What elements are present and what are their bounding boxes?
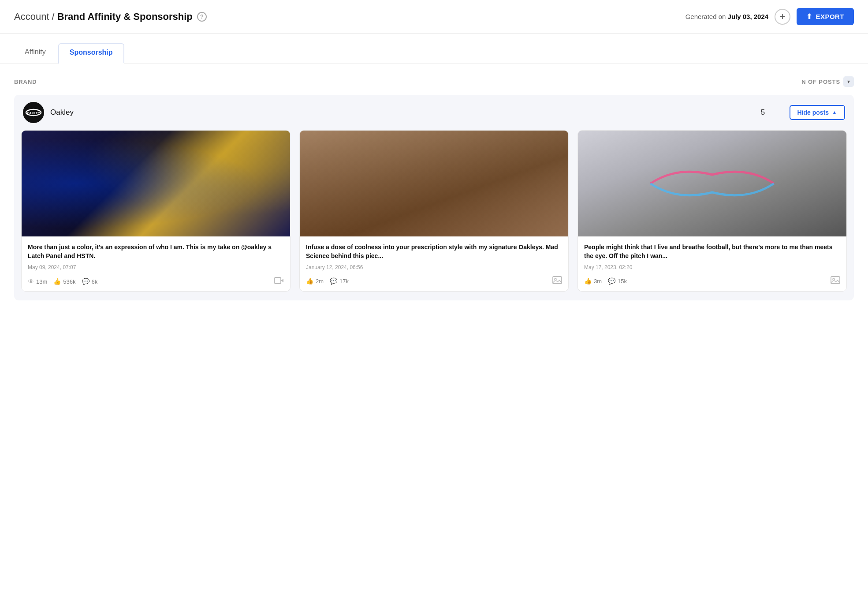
posts-grid: More than just a color, it's an expressi… <box>14 130 854 300</box>
views-icon: 👁 <box>28 278 34 285</box>
svg-rect-4 <box>553 277 562 284</box>
post-caption: More than just a color, it's an expressi… <box>28 243 284 261</box>
brand-name: Oakley <box>50 108 74 117</box>
comments-icon: 💬 <box>82 278 89 285</box>
post-comments: 💬 6k <box>82 278 98 285</box>
post-stats: 👁 13m 👍 536k 💬 6k <box>28 277 284 287</box>
glasses-overlay <box>578 131 846 236</box>
comments-count: 6k <box>92 278 98 285</box>
likes-icon: 👍 <box>584 277 592 285</box>
add-button[interactable]: + <box>775 9 790 25</box>
post-comments: 💬 17k <box>330 277 349 285</box>
post-likes: 👍 2m <box>306 277 324 285</box>
export-label: EXPORT <box>816 13 844 20</box>
export-button[interactable]: ⬆ EXPORT <box>797 8 854 25</box>
post-stats: 👍 3m 💬 15k <box>584 276 840 287</box>
likes-count: 3m <box>594 278 602 285</box>
generated-label: Generated on July 03, 2024 <box>685 13 768 20</box>
brand-logo: OAKLEY <box>23 102 44 123</box>
comments-count: 17k <box>339 278 349 285</box>
post-date: May 17, 2023, 02:20 <box>584 264 840 270</box>
chevron-up-icon: ▲ <box>832 109 837 116</box>
post-image <box>300 131 568 236</box>
main-content: BRAND N OF POSTS ▾ OAKLEY Oakley 5 <box>0 64 868 321</box>
post-card: More than just a color, it's an expressi… <box>21 130 291 292</box>
post-comments: 💬 15k <box>608 277 627 285</box>
tab-affinity[interactable]: Affinity <box>14 44 56 64</box>
svg-marker-3 <box>281 279 283 282</box>
post-type-video-icon <box>274 277 284 287</box>
comments-icon: 💬 <box>330 277 337 285</box>
likes-count: 536k <box>63 278 75 285</box>
brand-row-header: OAKLEY Oakley 5 Hide posts ▲ <box>14 95 854 130</box>
post-card: Infuse a dose of coolness into your pres… <box>299 130 569 292</box>
breadcrumb-separator: / <box>52 11 55 22</box>
post-caption: Infuse a dose of coolness into your pres… <box>306 243 562 261</box>
post-type-photo-icon <box>552 276 562 287</box>
tab-sponsorship[interactable]: Sponsorship <box>58 43 124 64</box>
post-card-body: Infuse a dose of coolness into your pres… <box>300 236 568 291</box>
post-caption: People might think that I live and breat… <box>584 243 840 261</box>
comments-count: 15k <box>618 278 627 285</box>
post-image <box>578 131 846 236</box>
generated-date: July 03, 2024 <box>728 13 769 20</box>
post-stats: 👍 2m 💬 17k <box>306 276 562 287</box>
posts-column-header: N OF POSTS <box>801 79 840 85</box>
export-arrow-icon: ⬆ <box>806 12 812 21</box>
post-card-body: More than just a color, it's an expressi… <box>22 236 290 291</box>
post-likes: 👍 536k <box>53 278 75 285</box>
comments-icon: 💬 <box>608 277 615 285</box>
oakley-logo-svg: OAKLEY <box>25 108 42 117</box>
svg-rect-2 <box>275 277 281 284</box>
header-actions: Generated on July 03, 2024 + ⬆ EXPORT <box>685 8 854 25</box>
post-date: January 12, 2024, 06:56 <box>306 264 562 270</box>
breadcrumb: Account / Brand Affinity & Sponsorship ? <box>14 11 207 22</box>
page-header: Account / Brand Affinity & Sponsorship ?… <box>0 0 868 34</box>
brand-column-header: BRAND <box>14 79 37 85</box>
hide-posts-button[interactable]: Hide posts ▲ <box>790 105 845 120</box>
brand-post-count: 5 <box>754 108 772 117</box>
post-date: May 09, 2024, 07:07 <box>28 264 284 270</box>
help-icon[interactable]: ? <box>197 12 207 22</box>
likes-icon: 👍 <box>53 278 61 285</box>
likes-icon: 👍 <box>306 277 313 285</box>
hide-posts-label: Hide posts <box>797 109 829 116</box>
post-views: 👁 13m <box>28 278 47 285</box>
brand-info: OAKLEY Oakley <box>23 102 74 123</box>
post-card: People might think that I live and breat… <box>577 130 847 292</box>
post-likes: 👍 3m <box>584 277 602 285</box>
posts-sort-dropdown[interactable]: ▾ <box>843 76 854 87</box>
views-count: 13m <box>36 278 47 285</box>
post-type-photo-icon <box>831 276 840 287</box>
page-title: Brand Affinity & Sponsorship <box>57 11 193 22</box>
brand-row-oakley: OAKLEY Oakley 5 Hide posts ▲ More than j… <box>14 95 854 300</box>
tabs-bar: Affinity Sponsorship <box>0 34 868 64</box>
svg-text:OAKLEY: OAKLEY <box>27 112 40 115</box>
column-headers: BRAND N OF POSTS ▾ <box>14 76 854 87</box>
breadcrumb-account: Account <box>14 11 49 22</box>
svg-rect-6 <box>831 277 840 284</box>
post-card-body: People might think that I live and breat… <box>578 236 846 291</box>
post-image <box>22 131 290 236</box>
likes-count: 2m <box>316 278 324 285</box>
